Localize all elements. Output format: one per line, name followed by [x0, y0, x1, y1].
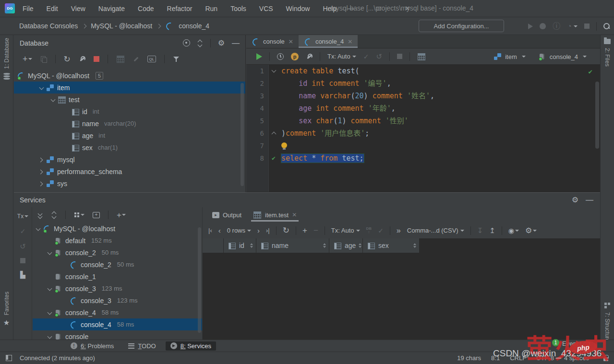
intention-bulb-icon[interactable]	[281, 142, 287, 148]
add-row-icon[interactable]: +	[302, 226, 307, 235]
services-tree-row-console_3[interactable]: console_3123 ms	[33, 282, 202, 294]
session-switcher[interactable]: console_4	[538, 53, 587, 60]
commit-icon[interactable]: ✓	[363, 53, 369, 60]
grid-empty-area[interactable]	[203, 253, 600, 340]
services-tree-row-console_2[interactable]: console_250 ms	[33, 258, 202, 270]
status-widget[interactable]: 19 chars	[457, 354, 481, 362]
chevron-open-icon[interactable]	[39, 85, 44, 90]
bottom-tab-todo[interactable]: TODO	[123, 341, 160, 351]
menu-item-vcs[interactable]: VCS	[259, 5, 273, 12]
run-icon[interactable]	[528, 23, 533, 29]
bottom-tab-6--problems[interactable]: !6: Problems	[66, 341, 119, 351]
history-icon[interactable]	[277, 53, 284, 60]
refresh-icon[interactable]: ↻	[64, 55, 71, 63]
status-widget[interactable]: 4 spaces	[564, 354, 589, 362]
menu-item-tools[interactable]: Tools	[230, 5, 246, 12]
status-widget[interactable]: UTF-8	[536, 354, 554, 362]
chevron-open-icon[interactable]	[47, 286, 52, 291]
stop-query-icon[interactable]	[397, 54, 402, 59]
close-tab-icon[interactable]: ✕	[289, 38, 293, 45]
delete-row-icon[interactable]: −	[313, 226, 318, 235]
chevron-open-icon[interactable]	[50, 97, 55, 102]
database-tree-row-performance_schema[interactable]: performance_schema	[14, 165, 245, 177]
duplicate-icon[interactable]	[40, 56, 47, 62]
open-in-new-tab-icon[interactable]: +	[93, 212, 100, 218]
code-line-2[interactable]: 2 id int comment '编号',	[246, 77, 600, 90]
page-size-dropdown[interactable]: 0 rows	[227, 227, 251, 234]
chevron-open-icon[interactable]	[47, 310, 52, 315]
view-options-icon[interactable]: ◉	[508, 227, 519, 234]
next-page-icon[interactable]: ›	[257, 227, 260, 234]
tx-mode-dropdown[interactable]: Tx: Auto	[327, 53, 356, 60]
tool-button-structure[interactable]: 7: Structure	[601, 303, 614, 342]
services-tree-row-default[interactable]: default152 ms	[33, 235, 202, 247]
fold-start-icon[interactable]	[271, 68, 276, 73]
code-editor[interactable]: ✔ 1create table test(2 id int comment '编…	[246, 65, 600, 192]
event-log-label[interactable]: Event Log	[562, 340, 590, 347]
database-tree-row-id[interactable]: idint	[14, 106, 245, 117]
hide-panel-icon[interactable]: —	[586, 196, 593, 204]
add-datasource-button[interactable]: +	[23, 55, 32, 63]
database-scrollbar[interactable]	[241, 83, 244, 186]
menu-item-run[interactable]: Run	[205, 5, 217, 12]
rail-tx-dropdown[interactable]: Tx	[17, 213, 28, 220]
services-tree-row-console_4[interactable]: console_458 ms	[33, 318, 202, 330]
fold-end-icon[interactable]	[271, 132, 276, 137]
stop-red-icon[interactable]	[94, 56, 99, 62]
rail-layout-icon[interactable]: ▙	[20, 271, 25, 278]
services-tree-row-console_2[interactable]: console_250 ms	[33, 247, 202, 258]
add-service-button[interactable]: +	[117, 211, 126, 219]
execute-button[interactable]	[256, 53, 262, 60]
close-tab-icon[interactable]: ✕	[292, 211, 297, 218]
locate-icon[interactable]	[183, 39, 190, 47]
filter-icon[interactable]	[173, 56, 180, 62]
code-line-3[interactable]: 3 name varchar(20) comment '姓名',	[246, 90, 600, 102]
collapse-all-icon[interactable]	[197, 40, 203, 46]
submit-db-icon[interactable]: DB↑	[366, 227, 372, 235]
previous-page-icon[interactable]: ‹	[218, 227, 221, 234]
chevron-open-icon[interactable]	[47, 250, 52, 255]
editor-tab-console_4[interactable]: console_4✕	[299, 35, 358, 48]
extractor-dropdown[interactable]: Comma-...d (CSV)	[407, 227, 464, 234]
settings-gear-icon[interactable]: ⚙	[218, 39, 225, 47]
menu-item-code[interactable]: Code	[138, 5, 154, 12]
sort-toggle-icon[interactable]	[359, 243, 361, 248]
bottom-tab-8--services[interactable]: 8: Services	[166, 341, 216, 351]
last-page-icon[interactable]: ›|	[266, 227, 270, 234]
first-page-icon[interactable]: |‹	[208, 227, 212, 234]
schema-switcher[interactable]: item	[494, 53, 526, 60]
menu-item-view[interactable]: View	[71, 5, 85, 12]
add-configuration-button[interactable]: Add Configuration...	[419, 20, 504, 32]
grid-column-header-id[interactable]: id	[224, 238, 256, 253]
collapse-all-icon[interactable]	[51, 212, 57, 218]
grid-tx-dropdown[interactable]: Tx: Auto	[331, 227, 360, 234]
profiler-dropdown[interactable]: ◔	[567, 23, 578, 30]
debug-icon[interactable]	[540, 23, 546, 29]
menu-item-file[interactable]: File	[23, 5, 34, 12]
grid-column-header-age[interactable]: age	[329, 238, 363, 253]
editor-tab-console[interactable]: console✕	[246, 35, 299, 48]
output-tab-item.test[interactable]: item.test✕	[248, 207, 301, 223]
code-line-8[interactable]: 8✔select * from test;	[246, 152, 600, 164]
jump-to-console-icon[interactable]: QL	[147, 56, 156, 62]
code-line-5[interactable]: 5 sex char(1) comment '性别'	[246, 115, 600, 127]
sort-toggle-icon[interactable]	[250, 243, 253, 248]
code-line-6[interactable]: 6)comment '用户信息表';	[246, 127, 600, 140]
database-tree-row-MySQL - @localhost[interactable]: MySQL - @localhost5	[14, 70, 245, 82]
services-tree-row-console_4[interactable]: console_458 ms	[33, 306, 202, 318]
database-tree-row-sys[interactable]: sys	[14, 177, 245, 189]
services-tree-row-console_3[interactable]: console_3123 ms	[33, 294, 202, 306]
grid-column-header-name[interactable]: name	[256, 238, 329, 253]
toolwindow-toggle-icon[interactable]	[6, 355, 12, 361]
console-settings-icon[interactable]	[306, 53, 313, 60]
database-tree-row-sex[interactable]: sexchar(1)	[14, 141, 245, 153]
services-tree-row-MySQL - @localhost[interactable]: MySQL - @localhost	[33, 223, 202, 235]
notification-badge[interactable]: 1	[552, 339, 559, 346]
close-tab-icon[interactable]: ✕	[348, 38, 352, 45]
services-tree-row-console_1[interactable]: console_1	[33, 270, 202, 282]
database-tree-row-mysql[interactable]: mysql	[14, 153, 245, 165]
menu-item-refactor[interactable]: Refactor	[167, 5, 193, 12]
menu-item-window[interactable]: Window	[286, 5, 310, 12]
search-everywhere-icon[interactable]	[603, 23, 610, 30]
hide-panel-icon[interactable]: —	[232, 39, 240, 47]
